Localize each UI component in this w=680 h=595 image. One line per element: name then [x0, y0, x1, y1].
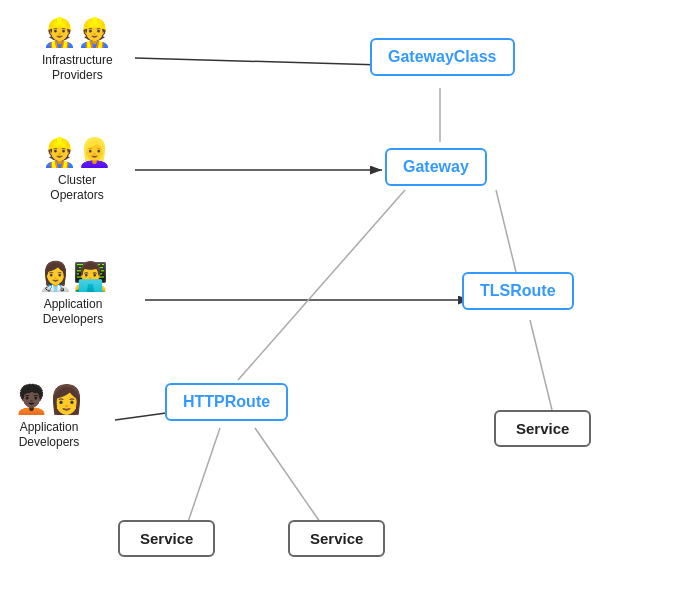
actor-infra-label: InfrastructureProviders	[42, 53, 113, 84]
gateway-box: Gateway	[385, 148, 487, 186]
tlsroute-box: TLSRoute	[462, 272, 574, 310]
gateway-label: Gateway	[403, 158, 469, 175]
actor-appdev2-label: ApplicationDevelopers	[19, 420, 80, 451]
svg-line-10	[188, 428, 220, 522]
svg-line-2	[135, 58, 382, 65]
gatewayclass-box: GatewayClass	[370, 38, 515, 76]
gatewayclass-label: GatewayClass	[388, 48, 497, 65]
node-service1: Service	[494, 410, 591, 447]
node-gatewayclass: GatewayClass	[370, 38, 515, 76]
actor-appdev2-emoji: 🧑🏿‍🦱👩	[14, 385, 84, 416]
httproute-label: HTTPRoute	[183, 393, 270, 410]
node-tlsroute: TLSRoute	[462, 272, 574, 310]
diagram: 👷👷 InfrastructureProviders 👷👱‍♀️ Cluster…	[0, 0, 680, 595]
actor-infra-emoji: 👷👷	[42, 18, 112, 49]
tlsroute-label: TLSRoute	[480, 282, 556, 299]
node-service3: Service	[288, 520, 385, 557]
svg-line-7	[496, 190, 516, 272]
service3-label: Service	[310, 530, 363, 547]
svg-line-11	[255, 428, 320, 522]
svg-line-8	[238, 190, 405, 380]
actor-appdev1: 👩‍⚕️👨‍💻 ApplicationDevelopers	[38, 262, 108, 328]
node-httproute: HTTPRoute	[165, 383, 288, 421]
actor-infra: 👷👷 InfrastructureProviders	[42, 18, 113, 84]
actor-appdev2: 🧑🏿‍🦱👩 ApplicationDevelopers	[14, 385, 84, 451]
actor-cluster-label: ClusterOperators	[50, 173, 103, 204]
node-gateway: Gateway	[385, 148, 487, 186]
service1-label: Service	[516, 420, 569, 437]
httproute-box: HTTPRoute	[165, 383, 288, 421]
service1-box: Service	[494, 410, 591, 447]
actor-appdev1-emoji: 👩‍⚕️👨‍💻	[38, 262, 108, 293]
service2-label: Service	[140, 530, 193, 547]
service2-box: Service	[118, 520, 215, 557]
service3-box: Service	[288, 520, 385, 557]
actor-appdev1-label: ApplicationDevelopers	[43, 297, 104, 328]
svg-line-9	[530, 320, 552, 410]
actor-cluster: 👷👱‍♀️ ClusterOperators	[42, 138, 112, 204]
node-service2: Service	[118, 520, 215, 557]
actor-cluster-emoji: 👷👱‍♀️	[42, 138, 112, 169]
